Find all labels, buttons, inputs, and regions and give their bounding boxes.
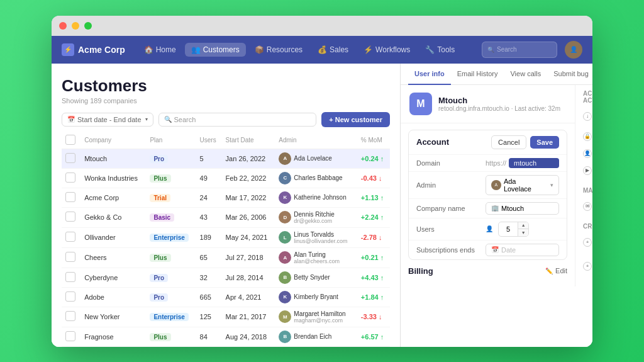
cell-plan: Basic xyxy=(146,207,196,227)
admin-avatar: B xyxy=(279,271,291,284)
row-checkbox[interactable] xyxy=(65,232,75,242)
domain-row: Domain https:// xyxy=(409,154,567,171)
tab-user-info[interactable]: User info xyxy=(408,64,451,85)
nav-avatar[interactable]: 👤 xyxy=(565,41,582,59)
subscriptions-row: Subscriptions ends 📅 Date xyxy=(409,240,567,259)
lock-icon: 🔒 xyxy=(583,132,592,141)
titlebar xyxy=(52,16,592,36)
cell-users: 665 xyxy=(196,287,222,307)
date-range-picker[interactable]: 📅 Start date - End date ▾ xyxy=(62,113,153,127)
save-button[interactable]: Save xyxy=(530,136,559,149)
minimize-dot[interactable] xyxy=(72,22,79,30)
date-input[interactable]: 📅 Date xyxy=(486,244,559,256)
action-unsubscribe[interactable]: ✉ Unsubscribe from all xyxy=(575,196,592,217)
company-input[interactable]: 🏢 Mtouch xyxy=(486,202,559,215)
table-row[interactable]: Cyberdyne Pro 32 Jul 28, 2014 B Betty Sn… xyxy=(62,268,390,287)
calendar-icon: 📅 xyxy=(491,246,499,253)
admin-cell: K Kimberly Bryant xyxy=(279,291,353,303)
admin-email: magham@nyc.com xyxy=(294,317,345,324)
cancel-button[interactable]: Cancel xyxy=(491,135,526,149)
cell-start-date: Feb 22, 2022 xyxy=(222,168,275,188)
users-number: 5 xyxy=(499,224,518,234)
marketing-section: Marketing ✉ Unsubscribe from all xyxy=(575,187,592,217)
row-checkbox[interactable] xyxy=(65,331,75,341)
action-downgrade[interactable]: ↓ Downgrade account xyxy=(575,106,592,127)
nav-item-workflows[interactable]: ⚡ Workflows xyxy=(357,43,416,57)
action-view-fullstory[interactable]: ▶ View fullstory xyxy=(575,161,592,181)
admin-row: Admin A Ada Lovelace ▾ xyxy=(409,171,567,198)
admin-cell: M Margaret Hamilton magham@nyc.com xyxy=(279,310,353,324)
admin-name: Brendan Eich xyxy=(294,333,331,340)
table-row[interactable]: Ollivander Enterprise 189 May 24, 2021 L… xyxy=(62,227,390,247)
cell-mom: +1.13 ↑ xyxy=(357,188,390,207)
nav-item-resources[interactable]: 📦 Resources xyxy=(248,43,309,57)
customer-name: Mtouch xyxy=(438,96,566,105)
cell-admin: A Ada Lovelace xyxy=(275,149,357,168)
table-row[interactable]: Fragnose Plus 84 Aug 24, 2018 B Brendan … xyxy=(62,327,390,346)
table-row[interactable]: Adobe Pro 665 Apr 4, 2021 K Kimberly Bry… xyxy=(62,287,390,307)
cell-checkbox xyxy=(62,227,80,247)
table-row[interactable]: Gekko & Co Basic 43 Mar 26, 2006 D Denni… xyxy=(62,207,390,227)
users-increment[interactable]: ▲ xyxy=(518,222,528,229)
nav-item-sales[interactable]: 💰 Sales xyxy=(311,43,355,57)
nav-sales-label: Sales xyxy=(330,45,348,54)
admin-cell: A Ada Lovelace xyxy=(279,152,353,165)
cell-checkbox xyxy=(62,149,80,168)
table-row[interactable]: New Yorker Enterprise 125 Mar 21, 2017 M… xyxy=(62,307,390,327)
close-dot[interactable] xyxy=(59,22,67,30)
customers-panel: Customers Showing 189 companies 📅 Start … xyxy=(52,64,401,347)
action-create-affiliate[interactable]: + Create affiliate code xyxy=(575,252,592,280)
nav-item-home[interactable]: 🏠 Home xyxy=(138,43,182,57)
row-checkbox[interactable] xyxy=(65,153,75,163)
table-row[interactable]: Wonka Industries Plus 49 Feb 22, 2022 C … xyxy=(62,168,390,188)
table-search[interactable]: 🔍 Search xyxy=(158,113,317,127)
main-content: Customers Showing 189 companies 📅 Start … xyxy=(52,64,592,347)
admin-name: Betty Snyder xyxy=(294,274,330,281)
row-checkbox[interactable] xyxy=(65,291,75,302)
nav-search[interactable]: 🔍 Search xyxy=(482,42,557,58)
row-checkbox[interactable] xyxy=(65,272,75,282)
admin-select[interactable]: A Ada Lovelace ▾ xyxy=(486,175,559,195)
cell-users: 32 xyxy=(196,268,222,287)
nav-item-tools[interactable]: 🔧 Tools xyxy=(419,43,461,57)
table-row[interactable]: Acme Corp Trial 24 Mar 17, 2022 K Kather… xyxy=(62,188,390,207)
tab-submit-bug[interactable]: Submit bug xyxy=(547,64,592,85)
row-checkbox[interactable] xyxy=(65,252,75,262)
action-create-promo[interactable]: + Create promo xyxy=(575,232,592,252)
billing-title: Billing xyxy=(408,266,433,276)
admin-name-block: Margaret Hamilton magham@nyc.com xyxy=(294,310,345,324)
users-icon: 👤 xyxy=(486,225,493,232)
admin-cell: K Katherine Johnson xyxy=(279,191,353,204)
admin-name: Ada Lovelace xyxy=(294,155,332,162)
col-company: Company xyxy=(80,132,146,149)
maximize-dot[interactable] xyxy=(84,22,92,30)
tab-email-history[interactable]: Email History xyxy=(451,64,504,85)
billing-edit-button[interactable]: ✏️ Edit xyxy=(545,267,567,274)
cell-admin: C Charles Babbage xyxy=(275,168,357,188)
users-decrement[interactable]: ▼ xyxy=(518,229,528,236)
row-checkbox[interactable] xyxy=(65,212,75,222)
action-impersonate[interactable]: 👤 Impersonate xyxy=(575,147,592,161)
plan-badge: Pro xyxy=(150,293,168,302)
domain-input[interactable] xyxy=(509,158,559,168)
new-customer-button[interactable]: + New customer xyxy=(321,112,390,127)
nav-item-customers[interactable]: 👥 Customers xyxy=(185,43,246,57)
row-checkbox[interactable] xyxy=(65,192,75,202)
table-row[interactable]: Cheers Plus 65 Jul 27, 2018 A Alan Turin… xyxy=(62,247,390,268)
admin-cell: D Dennis Ritchie dr@gekko.com xyxy=(279,211,353,224)
table-row[interactable]: Mtouch Pro 5 Jan 26, 2022 A Ada Lovelace… xyxy=(62,149,390,168)
tools-icon: 🔧 xyxy=(425,45,435,54)
create-code-section: Create code + Create promo + Create affi… xyxy=(575,223,592,280)
row-checkbox[interactable] xyxy=(65,311,75,321)
tab-view-calls[interactable]: View calls xyxy=(504,64,547,85)
search-icon: 🔍 xyxy=(164,116,172,123)
cell-checkbox xyxy=(62,287,80,307)
admin-name: Katherine Johnson xyxy=(294,194,346,201)
nav-brand[interactable]: ⚡ Acme Corp xyxy=(62,43,125,56)
row-checkbox[interactable] xyxy=(65,173,75,183)
action-reset-password[interactable]: 🔒 Reset password xyxy=(575,127,592,147)
plan-badge: Pro xyxy=(150,274,168,282)
select-all-checkbox[interactable] xyxy=(65,135,75,145)
cell-company: Cyberdyne xyxy=(80,268,146,287)
billing-section: Billing ✏️ Edit xyxy=(408,266,567,276)
